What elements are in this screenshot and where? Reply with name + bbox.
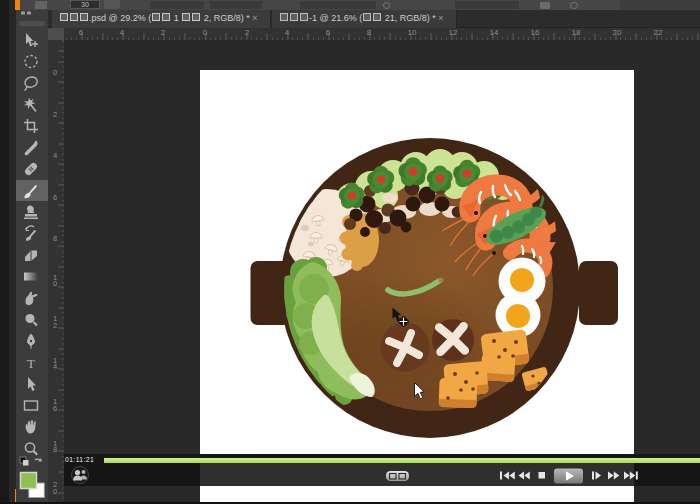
svg-text:T: T [27,356,35,371]
